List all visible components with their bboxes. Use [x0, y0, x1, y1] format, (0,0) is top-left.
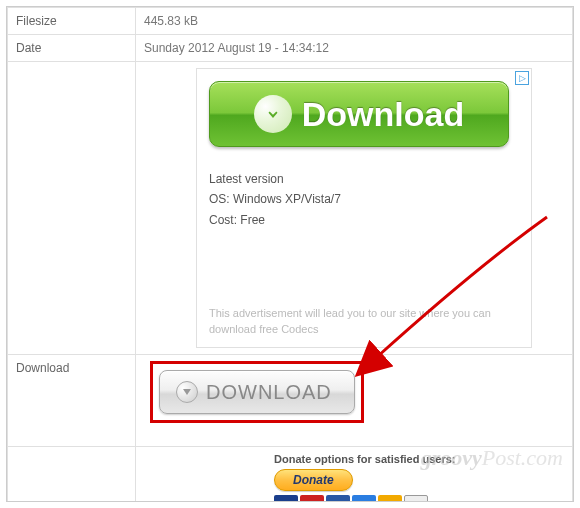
row-date: Date Sunday 2012 August 19 - 14:34:12 [8, 35, 573, 62]
row-download: Download DOWNLOAD [8, 355, 573, 447]
value-date: Sunday 2012 August 19 - 14:34:12 [136, 35, 573, 62]
ad-line2: OS: Windows XP/Vista/7 [209, 189, 519, 209]
ad-text: Latest version OS: Windows XP/Vista/7 Co… [209, 169, 519, 230]
donate-block: Donate options for satisfied users: Dona… [274, 453, 564, 502]
donate-button[interactable]: Donate [274, 469, 353, 491]
card-bank-icon: BANK [404, 495, 428, 502]
label-donate-empty [8, 447, 136, 503]
ad-download-button[interactable]: Download [209, 81, 509, 147]
card-visa-icon: VISA [326, 495, 350, 502]
ad-line1: Latest version [209, 169, 519, 189]
card-mastercard-icon [300, 495, 324, 502]
download-triangle-icon [176, 381, 198, 403]
download-button[interactable]: DOWNLOAD [159, 370, 355, 414]
card-amex-icon [352, 495, 376, 502]
ad-line3: Cost: Free [209, 210, 519, 230]
adchoices-icon[interactable]: ▷ [515, 71, 529, 85]
ad-box: ▷ Download Latest version OS: Windows XP… [196, 68, 532, 348]
label-date: Date [8, 35, 136, 62]
row-filesize: Filesize 445.83 kB [8, 8, 573, 35]
page-frame: Filesize 445.83 kB Date Sunday 2012 Augu… [6, 6, 574, 502]
row-donate: Donate options for satisfied users: Dona… [8, 447, 573, 503]
donate-heading: Donate options for satisfied users: [274, 453, 564, 465]
label-filesize: Filesize [8, 8, 136, 35]
download-arrow-icon [254, 95, 292, 133]
value-filesize: 445.83 kB [136, 8, 573, 35]
card-discover-icon [378, 495, 402, 502]
card-maestro-icon [274, 495, 298, 502]
label-download: Download [8, 355, 136, 447]
download-cell: DOWNLOAD [136, 355, 573, 447]
ad-cell: ▷ Download Latest version OS: Windows XP… [136, 62, 573, 355]
highlight-box: DOWNLOAD [150, 361, 364, 423]
download-button-label: DOWNLOAD [206, 381, 332, 404]
info-table: Filesize 445.83 kB Date Sunday 2012 Augu… [7, 7, 573, 502]
payment-cards: VISA BANK [274, 495, 564, 502]
ad-disclaimer: This advertisement will lead you to our … [209, 306, 519, 337]
label-ad-empty [8, 62, 136, 355]
donate-cell: Donate options for satisfied users: Dona… [136, 447, 573, 503]
ad-download-button-label: Download [302, 95, 464, 134]
row-ad: ▷ Download Latest version OS: Windows XP… [8, 62, 573, 355]
